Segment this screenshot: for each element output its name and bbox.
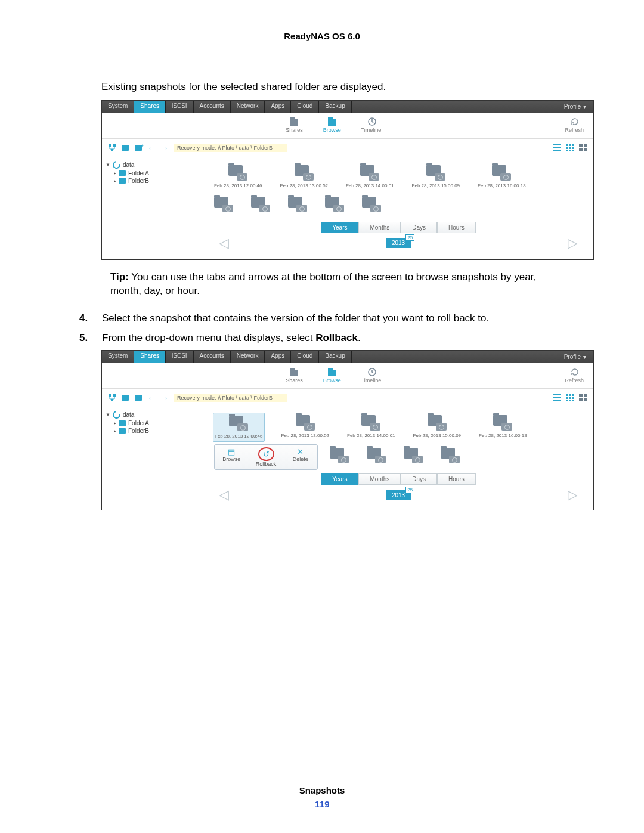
range-tab-years[interactable]: Years bbox=[321, 222, 358, 233]
snapshot-item[interactable]: Feb 28, 2013 15:00:09 bbox=[411, 163, 462, 191]
tab-iscsi[interactable]: iSCSI bbox=[166, 101, 194, 113]
svg-rect-2 bbox=[328, 119, 336, 126]
snapshot-item[interactable]: Feb 28, 2013 14:00:01 bbox=[346, 413, 397, 442]
range-tab-months[interactable]: Months bbox=[358, 473, 401, 485]
profile-menu[interactable]: Profile ▾ bbox=[557, 351, 593, 363]
ctx-rollback-label: Rollback bbox=[256, 461, 277, 467]
range-tabs: Years Months Days Hours bbox=[213, 470, 584, 485]
next-arrow-icon[interactable]: ▷ bbox=[568, 236, 578, 251]
tab-accounts[interactable]: Accounts bbox=[194, 351, 231, 363]
range-tab-years[interactable]: Years bbox=[321, 473, 358, 485]
list-view-icon[interactable] bbox=[553, 394, 561, 402]
tab-backup[interactable]: Backup bbox=[319, 101, 351, 113]
range-tab-hours[interactable]: Hours bbox=[437, 222, 476, 233]
tab-iscsi[interactable]: iSCSI bbox=[166, 351, 194, 363]
back-arrow-icon[interactable]: ← bbox=[147, 144, 156, 152]
tab-apps[interactable]: Apps bbox=[265, 351, 291, 363]
snapshot-label: Feb 28, 2013 12:00:46 bbox=[214, 183, 262, 188]
snapshot-item[interactable]: Feb 28, 2013 14:00:01 bbox=[345, 163, 395, 191]
tree-foldera[interactable]: ▸ FolderA bbox=[106, 419, 193, 427]
forward-arrow-icon[interactable]: → bbox=[160, 144, 169, 152]
snapshot-item[interactable] bbox=[402, 445, 424, 466]
tab-cloud[interactable]: Cloud bbox=[291, 351, 319, 363]
snapshot-item[interactable]: Feb 28, 2013 13:00:52 bbox=[280, 413, 331, 442]
tab-system[interactable]: System bbox=[102, 351, 134, 363]
tree-icon[interactable] bbox=[108, 144, 116, 152]
tree-folderb[interactable]: ▸ FolderB bbox=[106, 427, 193, 435]
timeline-view-button[interactable]: Timeline bbox=[361, 368, 382, 383]
snapshot-item[interactable]: Feb 28, 2013 16:00:18 bbox=[478, 413, 528, 442]
shares-view-button[interactable]: Shares bbox=[286, 117, 303, 133]
tab-system[interactable]: System bbox=[102, 101, 134, 113]
grid-large-icon[interactable] bbox=[579, 144, 587, 152]
snapshot-item[interactable]: Feb 28, 2013 15:00:09 bbox=[412, 413, 463, 442]
range-tab-days[interactable]: Days bbox=[401, 222, 437, 233]
shares-view-button[interactable]: Shares bbox=[286, 368, 303, 383]
range-tab-hours[interactable]: Hours bbox=[437, 473, 476, 485]
tab-cloud[interactable]: Cloud bbox=[291, 101, 319, 113]
snapshot-item[interactable]: Feb 28, 2013 12:00:46 bbox=[213, 163, 264, 191]
year-tag[interactable]: 2013 25 bbox=[386, 238, 411, 248]
svg-rect-12 bbox=[569, 144, 571, 146]
tree-folderb[interactable]: ▸ FolderB bbox=[106, 177, 193, 185]
snapshot-grid: Feb 28, 2013 12:00:46 Feb 28, 2013 13:00… bbox=[197, 157, 593, 259]
snapshot-folder-icon bbox=[404, 448, 423, 463]
tree-root[interactable]: ▼ data bbox=[106, 410, 193, 419]
prev-arrow-icon[interactable]: ◁ bbox=[219, 236, 229, 251]
snapshot-item[interactable] bbox=[250, 194, 271, 215]
new-folder-icon[interactable] bbox=[134, 394, 143, 402]
tab-shares[interactable]: Shares bbox=[134, 101, 166, 113]
refresh-button[interactable]: Refresh bbox=[565, 368, 584, 383]
grid-small-icon[interactable] bbox=[566, 394, 574, 402]
range-tab-days[interactable]: Days bbox=[401, 473, 437, 485]
tab-accounts[interactable]: Accounts bbox=[194, 101, 231, 113]
tree-root[interactable]: ▼ data bbox=[106, 160, 193, 169]
snapshot-item[interactable] bbox=[361, 194, 382, 215]
ctx-rollback-button[interactable]: ↺ Rollback bbox=[249, 445, 284, 469]
back-arrow-icon[interactable]: ← bbox=[147, 394, 156, 402]
snapshot-item[interactable] bbox=[366, 445, 387, 466]
browse-view-button[interactable]: Browse bbox=[323, 117, 341, 133]
snapshot-item[interactable] bbox=[287, 194, 308, 215]
tab-apps[interactable]: Apps bbox=[265, 101, 291, 113]
tab-shares[interactable]: Shares bbox=[134, 351, 166, 363]
next-arrow-icon[interactable]: ▷ bbox=[568, 487, 578, 503]
grid-large-icon[interactable] bbox=[579, 394, 587, 402]
range-tab-months[interactable]: Months bbox=[358, 222, 401, 233]
list-view-icon[interactable] bbox=[553, 144, 561, 152]
snapshot-label: Feb 28, 2013 16:00:18 bbox=[479, 433, 527, 438]
refresh-button[interactable]: Refresh bbox=[565, 117, 584, 133]
snapshot-item[interactable]: Feb 28, 2013 16:00:18 bbox=[476, 163, 527, 191]
snapshot-item[interactable] bbox=[439, 445, 461, 466]
profile-menu[interactable]: Profile ▾ bbox=[557, 101, 593, 113]
ctx-delete-button[interactable]: ✕ Delete bbox=[283, 445, 317, 469]
year-tag[interactable]: 2013 25 bbox=[386, 490, 411, 500]
new-folder-icon[interactable]: + bbox=[134, 144, 143, 152]
ctx-browse-button[interactable]: ▤ Browse bbox=[215, 445, 249, 469]
prev-arrow-icon[interactable]: ◁ bbox=[219, 487, 229, 503]
browse-view-button[interactable]: Browse bbox=[323, 368, 341, 383]
tab-network[interactable]: Network bbox=[231, 101, 265, 113]
tip-label: Tip: bbox=[110, 271, 129, 283]
snapshot-item-selected[interactable]: Feb 28, 2013 12:00:46 bbox=[213, 413, 265, 442]
folder-small-icon[interactable] bbox=[121, 394, 129, 402]
forward-arrow-icon[interactable]: → bbox=[160, 394, 169, 402]
tree-icon[interactable] bbox=[108, 394, 116, 402]
path-toolbar: + ← → Recovery mode: \\ Pluto \ data \ F… bbox=[102, 139, 593, 157]
grid-small-icon[interactable] bbox=[566, 144, 574, 152]
tree-foldera[interactable]: ▸ FolderA bbox=[106, 169, 193, 177]
snapshot-folder-icon bbox=[330, 448, 349, 463]
tab-backup[interactable]: Backup bbox=[319, 351, 351, 363]
snapshot-item[interactable] bbox=[324, 194, 345, 215]
footer-title: Snapshots bbox=[0, 785, 644, 795]
snapshot-item[interactable]: Feb 28, 2013 13:00:52 bbox=[279, 163, 330, 191]
snapshot-item[interactable] bbox=[213, 194, 234, 215]
svg-rect-34 bbox=[553, 400, 561, 401]
folder-small-icon[interactable] bbox=[121, 144, 129, 152]
tree-foldera-label: FolderA bbox=[128, 170, 149, 176]
tab-network[interactable]: Network bbox=[231, 351, 265, 363]
snapshot-item[interactable] bbox=[329, 445, 350, 466]
browse-icon: ▤ bbox=[228, 447, 235, 456]
page-footer: Snapshots 119 bbox=[0, 779, 644, 809]
timeline-view-button[interactable]: Timeline bbox=[361, 117, 382, 133]
